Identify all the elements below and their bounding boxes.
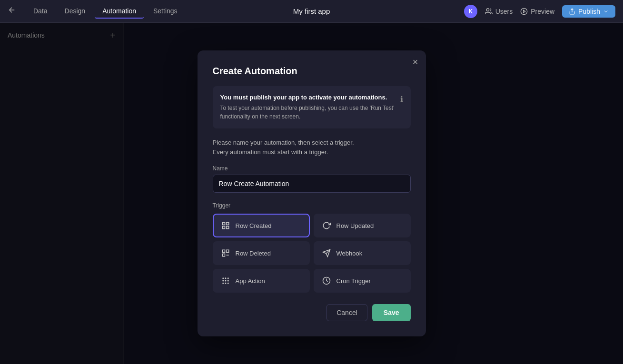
info-box: You must publish your app to activate yo… [213,86,411,128]
trigger-app-action[interactable]: App Action [213,269,310,293]
modal-footer: Cancel Save [213,304,411,321]
svg-rect-7 [226,226,228,229]
svg-rect-4 [222,222,225,225]
tab-design[interactable]: Design [57,4,93,19]
refresh-icon [321,220,332,231]
svg-rect-8 [222,250,225,252]
grid-minus-icon [220,248,231,258]
app-title: My first app [293,7,330,15]
grid-icon [220,220,231,231]
trigger-cron-label: Cron Trigger [336,277,371,285]
trigger-row-deleted[interactable]: Row Deleted [213,241,310,265]
trigger-cron[interactable]: Cron Trigger [314,269,411,293]
svg-point-22 [227,283,228,284]
tab-data[interactable]: Data [26,4,55,19]
svg-rect-9 [226,250,228,252]
trigger-app-action-label: App Action [236,277,265,285]
users-button[interactable]: Users [485,8,513,15]
svg-point-18 [225,280,226,281]
svg-point-1 [521,8,527,14]
svg-marker-2 [524,10,525,12]
svg-rect-10 [222,254,225,256]
svg-point-17 [223,280,224,281]
dots-grid-icon [220,275,231,286]
trigger-row-created[interactable]: Row Created [213,214,310,237]
tab-automation[interactable]: Automation [95,4,144,19]
modal-close-button[interactable]: × [413,57,418,67]
svg-point-19 [227,280,228,281]
trigger-webhook-label: Webhook [336,250,363,257]
name-label: Name [213,165,411,172]
cancel-button[interactable]: Cancel [326,304,367,321]
trigger-grid: Row Created Row Updated [213,214,411,293]
info-box-title: You must publish your app to activate yo… [220,94,395,101]
name-input[interactable] [213,175,411,193]
trigger-row-created-label: Row Created [236,222,272,229]
publish-button[interactable]: Publish [562,5,615,18]
svg-point-15 [225,278,226,279]
svg-point-14 [223,278,224,279]
save-button[interactable]: Save [372,304,411,321]
modal-title: Create Automation [213,66,411,77]
svg-rect-5 [226,222,228,225]
svg-point-16 [227,278,228,279]
info-box-body: To test your automation before publishin… [220,104,395,121]
back-button[interactable] [8,6,16,17]
nav-tabs: Data Design Automation Settings [26,4,185,19]
info-icon: ℹ [400,95,403,121]
avatar[interactable]: K [464,5,477,18]
modal-overlay: × Create Automation You must publish you… [0,23,623,364]
preview-button[interactable]: Preview [520,8,554,15]
create-automation-modal: × Create Automation You must publish you… [198,50,426,336]
trigger-row-updated-label: Row Updated [336,222,374,229]
send-icon [321,248,332,258]
description-text: Please name your automation, then select… [213,138,411,157]
clock-icon [321,275,332,286]
svg-point-21 [225,283,226,284]
trigger-label: Trigger [213,202,411,209]
trigger-webhook[interactable]: Webhook [314,241,411,265]
trigger-row-updated[interactable]: Row Updated [314,214,411,237]
tab-settings[interactable]: Settings [146,4,185,19]
svg-point-20 [223,283,224,284]
trigger-row-deleted-label: Row Deleted [236,250,271,257]
top-nav: Data Design Automation Settings My first… [0,0,623,23]
nav-right: K Users Preview Publish [464,5,615,18]
svg-point-0 [486,9,489,11]
svg-rect-6 [222,226,225,229]
